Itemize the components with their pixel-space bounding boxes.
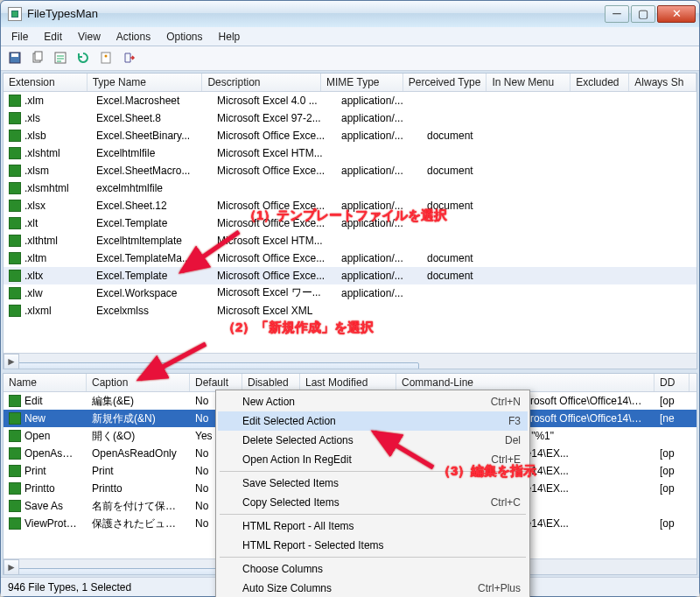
extensions-hscrollbar[interactable]: ◄ ► bbox=[4, 353, 696, 369]
menu-actions[interactable]: Actions bbox=[109, 29, 158, 46]
cell bbox=[422, 187, 509, 189]
cell bbox=[509, 135, 597, 137]
file-type-icon bbox=[9, 95, 21, 107]
extensions-row[interactable]: .xlshtmlExcelhtmlfileMicrosoft Excel HTM… bbox=[4, 144, 696, 162]
cell: Excelxmlss bbox=[91, 304, 212, 318]
cell: .xlt bbox=[4, 216, 91, 230]
cell: Microsoft Excel HTM... bbox=[212, 234, 336, 248]
extensions-row[interactable]: .xlmExcel.MacrosheetMicrosoft Excel 4.0 … bbox=[4, 92, 696, 109]
col-extension[interactable]: Extension bbox=[4, 74, 88, 91]
cell bbox=[509, 292, 597, 294]
cell bbox=[509, 275, 597, 277]
refresh-icon[interactable] bbox=[74, 49, 92, 67]
context-item-label: Copy Selected Items bbox=[242, 496, 340, 509]
context-item[interactable]: Choose Columns bbox=[218, 559, 528, 579]
extensions-column-header[interactable]: Extension Type Name Description MIME Typ… bbox=[4, 74, 696, 92]
extensions-row[interactable]: .xltxExcel.TemplateMicrosoft Office Exce… bbox=[4, 267, 696, 284]
context-item[interactable]: HTML Report - Selected Items bbox=[218, 536, 528, 555]
svg-rect-1 bbox=[11, 53, 18, 57]
copy-icon[interactable] bbox=[29, 49, 46, 67]
cell: Microsoft Excel HTM... bbox=[212, 146, 336, 160]
cell: Microsoft Office Exce... bbox=[212, 129, 336, 143]
menu-view[interactable]: View bbox=[71, 29, 108, 46]
context-item-shortcut: Del bbox=[484, 434, 521, 446]
scroll-thumb[interactable] bbox=[4, 362, 419, 370]
col-perceived[interactable]: Perceived Type bbox=[403, 74, 487, 91]
cell bbox=[597, 292, 658, 294]
cell: Excelhtmlfile bbox=[91, 146, 212, 160]
col-caption[interactable]: Caption bbox=[87, 374, 190, 391]
context-item[interactable]: HTML Report - All Items bbox=[218, 516, 528, 536]
action-icon bbox=[9, 447, 21, 460]
context-item-label: Choose Columns bbox=[242, 563, 323, 575]
minimize-button[interactable]: ─ bbox=[605, 5, 629, 23]
cell: 名前を付けて保存... bbox=[87, 498, 190, 515]
cell: .xltx bbox=[4, 269, 91, 283]
cell bbox=[336, 187, 422, 189]
extensions-row[interactable]: .xlxmlExcelxmlssMicrosoft Excel XML bbox=[4, 302, 696, 320]
context-menu[interactable]: New ActionCtrl+NEdit Selected ActionF3De… bbox=[215, 390, 530, 597]
cell bbox=[654, 505, 690, 507]
cell: Microsoft Excel ワー... bbox=[212, 284, 336, 301]
cell bbox=[509, 240, 597, 242]
close-button[interactable]: ✕ bbox=[657, 5, 696, 23]
col-description[interactable]: Description bbox=[202, 74, 321, 91]
cell: .xlsm bbox=[4, 164, 91, 178]
menu-edit[interactable]: Edit bbox=[37, 29, 69, 46]
context-item-shortcut: Ctrl+E bbox=[470, 453, 521, 466]
col-innewmenu[interactable]: In New Menu bbox=[486, 74, 570, 91]
extensions-list[interactable]: .xlmExcel.MacrosheetMicrosoft Excel 4.0 … bbox=[4, 92, 696, 353]
html-report-icon[interactable] bbox=[52, 49, 69, 67]
context-item[interactable]: Open Action In RegEditCtrl+E bbox=[218, 450, 528, 469]
menu-help[interactable]: Help bbox=[212, 29, 248, 46]
file-type-icon bbox=[9, 147, 21, 159]
context-item[interactable]: Edit Selected ActionF3 bbox=[218, 411, 528, 431]
cell bbox=[597, 240, 658, 242]
exit-icon[interactable] bbox=[120, 49, 137, 67]
cell: document bbox=[422, 251, 509, 265]
file-type-icon bbox=[9, 287, 21, 299]
svg-rect-5 bbox=[102, 53, 110, 63]
col-excluded[interactable]: Excluded bbox=[570, 74, 629, 91]
properties-icon[interactable] bbox=[97, 49, 115, 67]
extensions-row[interactable]: .xlsxExcel.Sheet.12Microsoft Office Exce… bbox=[4, 197, 696, 214]
col-typename[interactable]: Type Name bbox=[88, 74, 203, 91]
col-alwaysshow[interactable]: Always Sh bbox=[629, 74, 696, 91]
save-icon[interactable] bbox=[6, 49, 24, 67]
extensions-row[interactable]: .xlsmhtmlexcelmhtmlfile bbox=[4, 179, 696, 197]
cell bbox=[422, 292, 509, 294]
extensions-row[interactable]: .xlsbExcel.SheetBinary...Microsoft Offic… bbox=[4, 127, 696, 144]
maximize-button[interactable]: ▢ bbox=[631, 5, 655, 23]
cell bbox=[509, 257, 597, 259]
menu-options[interactable]: Options bbox=[159, 29, 209, 46]
file-type-icon bbox=[9, 182, 21, 194]
col-dd[interactable]: DD bbox=[654, 374, 690, 391]
menu-file[interactable]: File bbox=[4, 29, 35, 46]
cell: .xlshtml bbox=[4, 146, 91, 160]
context-item[interactable]: Save Selected Items bbox=[218, 474, 528, 493]
extensions-row[interactable]: .xltmExcel.TemplateMa...Microsoft Office… bbox=[4, 249, 696, 267]
cell: application/... bbox=[336, 251, 422, 265]
cell: document bbox=[422, 129, 509, 143]
extensions-row[interactable]: .xlsmExcel.SheetMacro...Microsoft Office… bbox=[4, 162, 696, 179]
context-item[interactable]: Delete Selected ActionsDel bbox=[218, 431, 528, 450]
col-name[interactable]: Name bbox=[4, 374, 87, 391]
cell bbox=[336, 310, 422, 312]
cell: [ne bbox=[654, 411, 690, 425]
action-icon bbox=[9, 430, 21, 442]
extensions-row[interactable]: .xlwExcel.WorkspaceMicrosoft Excel ワー...… bbox=[4, 284, 696, 302]
context-item[interactable]: New ActionCtrl+N bbox=[218, 392, 528, 411]
cell: .xltm bbox=[4, 251, 91, 265]
context-separator bbox=[220, 514, 526, 515]
context-item[interactable]: Auto Size ColumnsCtrl+Plus bbox=[218, 579, 528, 597]
cell bbox=[597, 257, 658, 259]
cell bbox=[336, 152, 422, 154]
cell: Edit bbox=[4, 394, 87, 408]
extensions-row[interactable]: .xlthtmlExcelhtmltemplateMicrosoft Excel… bbox=[4, 232, 696, 249]
col-mimetype[interactable]: MIME Type bbox=[321, 74, 403, 91]
extensions-row[interactable]: .xltExcel.TemplateMicrosoft Office Exce.… bbox=[4, 214, 696, 232]
context-item[interactable]: Copy Selected ItemsCtrl+C bbox=[218, 493, 528, 512]
extensions-row[interactable]: .xlsExcel.Sheet.8Microsoft Excel 97-2...… bbox=[4, 109, 696, 127]
cell bbox=[509, 310, 597, 312]
title-bar[interactable]: FileTypesMan ─ ▢ ✕ bbox=[1, 1, 699, 27]
